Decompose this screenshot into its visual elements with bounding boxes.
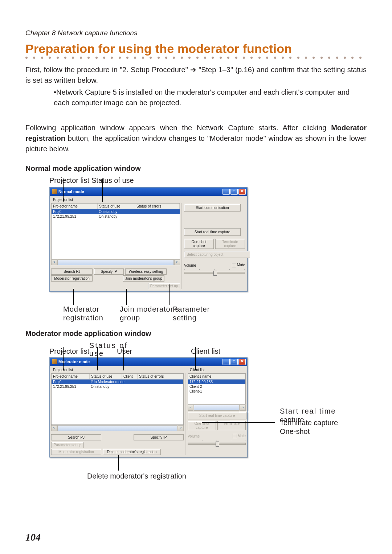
normal-window: Normal mode _ □ ✕ Projector list Project… bbox=[49, 187, 248, 292]
normal-annot-labels: Projector list Status of use bbox=[49, 176, 367, 187]
parameter-setup-button[interactable]: Parameter set up bbox=[148, 283, 180, 289]
parameter-setup-button-2[interactable]: Parameter set up bbox=[51, 442, 84, 448]
callout-delete-reg: Delete moderator's registration bbox=[87, 472, 367, 480]
normal-projector-table[interactable]: Projector name Status of use Status of e… bbox=[51, 203, 180, 259]
list-item[interactable]: 172.21.99.133 bbox=[188, 379, 245, 384]
normal-callouts: Moderator registration Join moderator's … bbox=[49, 294, 367, 319]
client-scrollbar[interactable]: <> bbox=[188, 405, 246, 410]
terminate-capture-button[interactable]: Terminate capture bbox=[215, 239, 245, 249]
moderator-registration-button[interactable]: Moderator registration bbox=[51, 275, 93, 282]
mute-checkbox-2[interactable]: Mute bbox=[233, 434, 246, 438]
moderator-registration-button-2[interactable]: Moderator registration bbox=[51, 449, 101, 455]
subheading-normal: Normal mode application window bbox=[25, 164, 367, 173]
col-status-of-errors[interactable]: Status of errors bbox=[135, 204, 180, 209]
search-pj-button[interactable]: Search PJ bbox=[51, 268, 93, 275]
app-icon bbox=[52, 359, 57, 364]
col-projector-name[interactable]: Projector name bbox=[52, 204, 98, 209]
annot-projector-list: Projector list bbox=[49, 176, 89, 185]
table-row[interactable]: 172.21.99.251 On standby bbox=[52, 384, 183, 389]
title-dots bbox=[25, 57, 367, 62]
scroll-left-icon[interactable]: < bbox=[51, 259, 57, 265]
table-row[interactable]: Proj0 On standby bbox=[52, 209, 180, 214]
callout-parameter: Parameter bbox=[173, 305, 210, 313]
minimize-button[interactable]: _ bbox=[222, 359, 230, 365]
col-status-of-use-2[interactable]: Status of use bbox=[90, 374, 122, 379]
delete-moderator-reg-button[interactable]: Delete moderator's registration bbox=[103, 449, 161, 455]
callout-terminate: Terminate capture bbox=[280, 418, 338, 427]
volume-label-2: Volume bbox=[188, 434, 233, 438]
moderator-window-block: Moderator mode _ □ ✕ Projector list Clie… bbox=[49, 357, 367, 457]
maximize-button[interactable]: □ bbox=[230, 189, 238, 195]
col-status-of-use[interactable]: Status of use bbox=[98, 204, 135, 209]
callout-moderator-reg: Moderator bbox=[63, 305, 103, 313]
moderator-titlebar: Moderator mode _ □ ✕ bbox=[50, 358, 247, 366]
chapter-header: Chapter 8 Network capture functions bbox=[25, 29, 367, 37]
moderator-projector-table[interactable]: Projector name Status of use Client Stat… bbox=[51, 373, 184, 425]
one-shot-button[interactable]: One-shot capture bbox=[184, 239, 214, 249]
normal-title-text: Normal mode bbox=[58, 189, 84, 194]
scroll-right-icon[interactable]: > bbox=[174, 259, 180, 265]
intro-paragraph-1: First, follow the procedure in "2. Setup… bbox=[25, 65, 367, 86]
normal-titlebar: Normal mode _ □ ✕ bbox=[50, 188, 247, 196]
col-client[interactable]: Client bbox=[122, 374, 138, 379]
page-number: 104 bbox=[25, 532, 41, 543]
start-communication-button[interactable]: Start communication bbox=[184, 204, 241, 212]
col-status-of-errors-2[interactable]: Status of errors bbox=[138, 374, 183, 379]
app-icon bbox=[52, 189, 57, 194]
list-item[interactable]: Client-1 bbox=[188, 389, 245, 394]
header-rule bbox=[25, 38, 367, 38]
list-item[interactable]: Client-2 bbox=[188, 384, 245, 389]
start-realtime-button-2[interactable]: Start real time capture bbox=[188, 412, 246, 419]
volume-label: Volume bbox=[184, 263, 232, 267]
horizontal-scrollbar-2[interactable]: < > bbox=[51, 426, 184, 431]
maximize-button[interactable]: □ bbox=[230, 359, 238, 365]
page-title: Preparation for using the moderator func… bbox=[25, 42, 367, 56]
bullet-1: •Network Capture 5 is installed on the m… bbox=[54, 87, 367, 108]
volume-slider-2[interactable] bbox=[188, 443, 246, 445]
wireless-easy-button[interactable]: Wireless easy setting bbox=[125, 268, 167, 275]
intro-paragraph-2: Following application window appears whe… bbox=[25, 123, 367, 154]
projector-list-label: Projector list bbox=[51, 197, 247, 202]
close-button[interactable]: ✕ bbox=[238, 359, 246, 365]
client-list-label: Client list bbox=[188, 367, 247, 372]
start-realtime-button[interactable]: Start real time capture bbox=[184, 228, 241, 236]
close-button[interactable]: ✕ bbox=[238, 189, 246, 195]
col-clients-name[interactable]: Client's name bbox=[188, 374, 245, 379]
annot-status-of-use: Status of use bbox=[91, 176, 134, 185]
specify-ip-button-2[interactable]: Specify IP bbox=[134, 434, 184, 440]
moderator-window: Moderator mode _ □ ✕ Projector list Clie… bbox=[49, 357, 248, 457]
col-projector-name-2[interactable]: Projector name bbox=[52, 374, 90, 379]
scroll-right-icon[interactable]: > bbox=[178, 425, 184, 431]
callout-join-group: Join moderator's bbox=[120, 305, 179, 313]
projector-list-label-2: Projector list bbox=[51, 367, 187, 372]
client-list-box[interactable]: Client's name 172.21.99.133 Client-2 Cli… bbox=[188, 373, 246, 405]
table-row[interactable]: Proj0 # In Moderator mode bbox=[52, 379, 183, 384]
annot-user: User bbox=[117, 347, 132, 356]
annot-projector-list-2: Projector list bbox=[49, 347, 89, 356]
mute-checkbox[interactable]: Mute bbox=[232, 263, 245, 267]
subheading-moderator: Moderator mode application window bbox=[25, 329, 367, 338]
join-moderators-group-button[interactable]: Join moderator's group bbox=[123, 275, 164, 282]
specify-ip-button[interactable]: Specify IP bbox=[94, 268, 124, 275]
horizontal-scrollbar[interactable]: < > bbox=[51, 260, 180, 265]
callout-one-shot: One-shot bbox=[280, 427, 310, 436]
search-pj-button-2[interactable]: Search PJ bbox=[51, 434, 101, 440]
normal-window-block: Normal mode _ □ ✕ Projector list Project… bbox=[49, 187, 367, 292]
table-row[interactable]: 172.21.99.251 On standby bbox=[52, 214, 180, 219]
select-capturing-object-button[interactable]: Select capturing object bbox=[184, 251, 250, 258]
volume-slider[interactable] bbox=[184, 272, 245, 274]
scroll-left-icon[interactable]: < bbox=[51, 425, 57, 431]
minimize-button[interactable]: _ bbox=[222, 189, 230, 195]
